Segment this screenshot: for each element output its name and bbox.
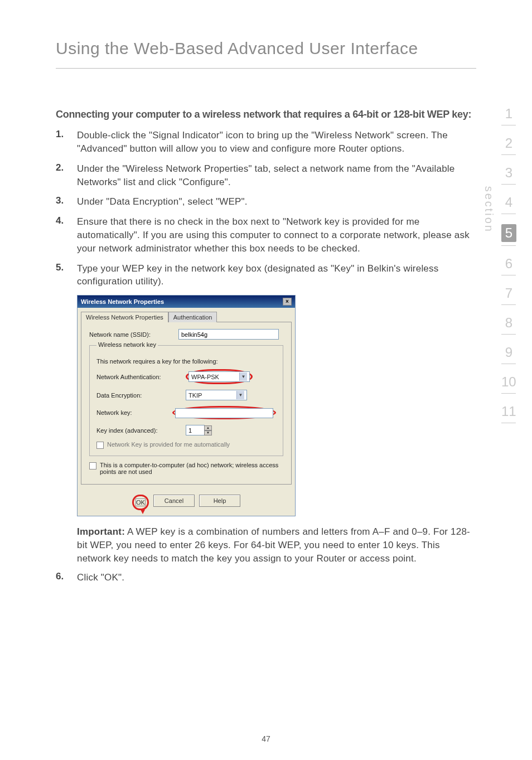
wireless-key-fieldset: Wireless network key This network requir…: [89, 345, 283, 456]
step-text: Double-click the "Signal Indicator" icon…: [77, 129, 476, 156]
key-index-spinner[interactable]: ▲ ▼: [186, 425, 212, 435]
step-text: Type your WEP key in the network key box…: [77, 262, 476, 289]
network-key-label: Network key:: [96, 409, 172, 416]
auth-row: Network Authentication: WPA-PSK ▼: [96, 369, 276, 384]
step-text: Under the "Wireless Network Properties" …: [77, 162, 476, 189]
step-4: 4. Ensure that there is no check in the …: [56, 215, 476, 255]
step-num: 4.: [56, 215, 77, 255]
close-icon[interactable]: ×: [283, 298, 292, 306]
important-note: Important: A WEP key is a combination of…: [77, 525, 476, 565]
section-label: section: [482, 186, 495, 233]
page-number: 47: [262, 734, 270, 743]
checkbox-icon[interactable]: [96, 442, 104, 449]
section-tab-1[interactable]: 1: [505, 106, 512, 122]
tab-authentication[interactable]: Authentication: [168, 312, 217, 322]
network-key-input[interactable]: [175, 408, 273, 418]
step-num: 5.: [56, 262, 77, 289]
section-tab-7[interactable]: 7: [505, 285, 512, 301]
important-label: Important:: [77, 526, 125, 537]
help-button[interactable]: Help: [199, 495, 240, 507]
key-index-label: Key index (advanced):: [96, 427, 186, 434]
red-circle-annotation: WPA-PSK ▼: [186, 369, 253, 384]
step-num: 6.: [56, 571, 77, 584]
page-title: Using the Web-Based Advanced User Interf…: [56, 39, 476, 69]
section-tab-11[interactable]: 11: [501, 404, 516, 419]
key-index-input[interactable]: [186, 425, 205, 435]
checkbox-icon[interactable]: [89, 462, 96, 469]
tab-wireless-properties[interactable]: Wireless Network Properties: [81, 312, 168, 322]
section-tab-3[interactable]: 3: [505, 165, 512, 181]
section-tab-6[interactable]: 6: [505, 256, 512, 272]
key-index-row: Key index (advanced): ▲ ▼: [96, 425, 276, 435]
encryption-label: Data Encryption:: [96, 392, 186, 399]
adhoc-checkbox-row: This is a computer-to-computer (ad hoc) …: [89, 462, 283, 475]
step-num: 1.: [56, 129, 77, 156]
spin-down-icon[interactable]: ▼: [204, 430, 212, 435]
step-2: 2. Under the "Wireless Network Propertie…: [56, 162, 476, 189]
auto-key-label: Network Key is provided for me automatic…: [107, 441, 230, 448]
dialog-button-row: OK Cancel Help: [78, 489, 295, 516]
fieldset-legend: Wireless network key: [96, 341, 158, 348]
section-tab-8[interactable]: 8: [505, 315, 512, 331]
dialog-body: Network name (SSID): Wireless network ke…: [81, 322, 292, 485]
dialog-tabs: Wireless Network Properties Authenticati…: [78, 308, 295, 322]
auto-key-checkbox-row: Network Key is provided for me automatic…: [96, 441, 276, 449]
chevron-down-icon: ▼: [239, 372, 247, 381]
section-subtitle: Connecting your computer to a wireless n…: [56, 108, 476, 121]
step-1: 1. Double-click the "Signal Indicator" i…: [56, 129, 476, 156]
adhoc-label: This is a computer-to-computer (ad hoc) …: [100, 462, 283, 475]
step-num: 2.: [56, 162, 77, 189]
section-tab-10[interactable]: 10: [501, 374, 516, 390]
section-tab-9[interactable]: 9: [505, 345, 512, 360]
step-3: 3. Under "Data Encryption", select "WEP"…: [56, 195, 476, 209]
auth-select[interactable]: WPA-PSK ▼: [188, 371, 250, 382]
encryption-row: Data Encryption: TKIP ▼: [96, 390, 276, 400]
section-tab-2[interactable]: 2: [505, 135, 512, 151]
network-name-row: Network name (SSID):: [89, 329, 283, 340]
section-nav: 1 2 3 4 5 6 7 8 9 10 11: [501, 106, 516, 433]
network-name-label: Network name (SSID):: [89, 331, 178, 338]
network-name-input[interactable]: [178, 329, 279, 340]
step-num: 3.: [56, 195, 77, 209]
encryption-value: TKIP: [188, 392, 202, 399]
auth-value: WPA-PSK: [191, 374, 219, 380]
spin-up-icon[interactable]: ▲: [204, 425, 212, 430]
dialog-titlebar: Wireless Network Properties ×: [78, 296, 295, 308]
step-text: Under "Data Encryption", select "WEP".: [77, 195, 248, 209]
section-tab-4[interactable]: 4: [505, 195, 512, 210]
important-text: A WEP key is a combination of numbers an…: [77, 526, 470, 564]
red-circle-annotation: [172, 406, 276, 419]
cancel-button[interactable]: Cancel: [153, 495, 195, 507]
encryption-select[interactable]: TKIP ▼: [186, 390, 247, 400]
step-text: Click "OK".: [77, 571, 124, 584]
step-6: 6. Click "OK".: [56, 571, 476, 584]
ok-button[interactable]: OK: [136, 498, 146, 506]
step-5: 5. Type your WEP key in the network key …: [56, 262, 476, 289]
wireless-properties-dialog: Wireless Network Properties × Wireless N…: [77, 295, 296, 516]
network-key-row: Network key:: [96, 406, 276, 419]
chevron-down-icon: ▼: [236, 391, 244, 399]
auth-label: Network Authentication:: [96, 374, 186, 380]
step-text: Ensure that there is no check in the box…: [77, 215, 476, 255]
red-circle-annotation: OK: [132, 495, 149, 510]
section-tab-5-active[interactable]: 5: [501, 224, 516, 242]
fieldset-desc: This network requires a key for the foll…: [96, 358, 276, 365]
dialog-title-text: Wireless Network Properties: [81, 298, 164, 305]
